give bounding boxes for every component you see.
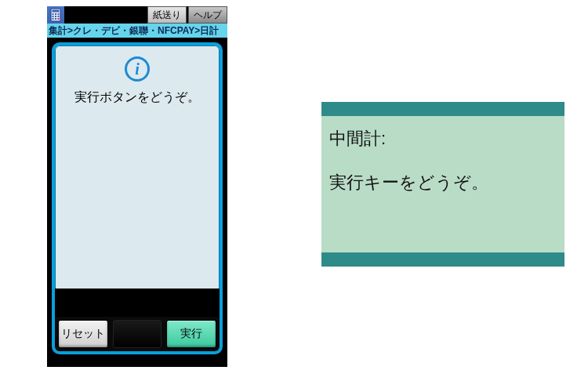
help-button[interactable]: ヘルプ xyxy=(188,6,227,24)
svg-rect-6 xyxy=(55,16,56,17)
titlebar-spacer xyxy=(64,6,146,24)
screen: i 実行ボタンをどうぞ。 リセット 実行 xyxy=(52,42,223,354)
terminal-device: 紙送り ヘルプ 集計>クレ・デビ・銀聯・NFCPAY>日計 i 実行ボタンをどう… xyxy=(47,6,227,367)
panel-message: 実行キーをどうぞ。 xyxy=(329,171,557,194)
button-row: リセット 実行 xyxy=(55,317,220,351)
svg-rect-8 xyxy=(53,18,54,20)
reset-button[interactable]: リセット xyxy=(58,320,108,348)
screen-body: i 実行ボタンをどうぞ。 xyxy=(55,45,220,289)
svg-rect-3 xyxy=(55,13,56,15)
middle-blank-button xyxy=(113,320,162,348)
svg-rect-1 xyxy=(53,10,60,13)
svg-rect-10 xyxy=(58,18,60,20)
panel-title: 中間計: xyxy=(329,127,557,151)
execute-button[interactable]: 実行 xyxy=(166,320,216,348)
side-display-panel: 中間計: 実行キーをどうぞ。 xyxy=(321,102,564,267)
svg-rect-7 xyxy=(58,16,60,17)
svg-rect-2 xyxy=(53,13,54,15)
info-icon: i xyxy=(125,56,150,82)
screen-message: 実行ボタンをどうぞ。 xyxy=(61,89,213,106)
screen-footer-strip xyxy=(55,289,220,317)
paper-feed-button[interactable]: 紙送り xyxy=(147,6,187,24)
svg-rect-4 xyxy=(58,13,60,15)
calculator-icon xyxy=(47,6,64,24)
svg-rect-9 xyxy=(55,18,56,20)
title-bar: 紙送り ヘルプ xyxy=(47,6,227,24)
breadcrumb: 集計>クレ・デビ・銀聯・NFCPAY>日計 xyxy=(47,24,227,38)
svg-rect-5 xyxy=(53,16,54,17)
